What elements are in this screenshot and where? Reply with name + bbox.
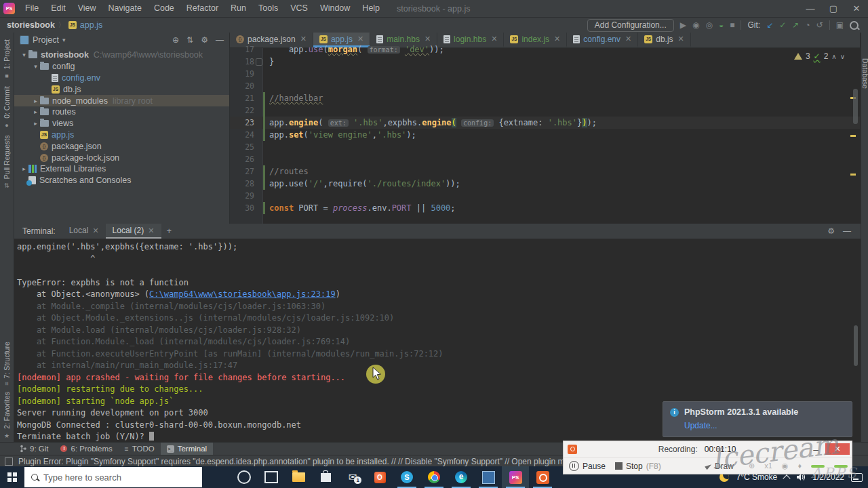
menu-edit[interactable]: Edit [45,3,72,13]
editor-scrollbar[interactable] [853,89,858,124]
add-configuration-button[interactable]: Add Configuration... [587,19,674,32]
close-tab-icon[interactable]: ✕ [425,35,431,43]
menu-run[interactable]: Run [224,3,252,13]
terminal-tab-Local (2)[interactable]: Local (2)✕ [106,224,161,239]
chevron-right-icon[interactable]: ▸ [31,108,40,115]
menu-navigate[interactable]: Navigate [102,3,148,13]
terminal-settings-gear-icon[interactable]: ⚙ [827,226,835,236]
git-commit-icon[interactable]: ✓ [779,19,786,31]
menu-vcs[interactable]: VCS [284,3,314,13]
inspections-widget[interactable]: 3 ✓ 2 ∧ ∨ [794,52,845,61]
taskbar-edge[interactable]: e [448,466,475,488]
tree-item-package-lock.json[interactable]: {}package-lock.json [14,152,229,163]
stacktrace-link[interactable]: C:\wamp64\www\storiesbook\app.js:23:19 [149,289,336,299]
taskbar-task-view[interactable] [258,466,285,488]
database-tool-button[interactable]: Database [861,58,868,89]
recorder-close-button[interactable]: ✕ [825,443,850,455]
tree-item-node_modules[interactable]: ▸node_moduleslibrary root [14,95,229,106]
code-line-18[interactable]: 18} [230,56,860,68]
tree-item-routes[interactable]: ▸routes [14,106,229,118]
start-button[interactable] [0,466,24,488]
tree-item-storiesbook[interactable]: ▾storiesbookC:\wamp64\www\storiesbook [14,49,229,61]
chevron-down-icon[interactable]: ▾ [20,52,28,58]
tree-item-External Libraries[interactable]: ▸External Libraries [14,163,229,175]
menu-code[interactable]: Code [148,3,180,13]
pause-button[interactable]: Pause [569,461,606,471]
fold-icon[interactable] [256,58,262,66]
tool-button-todo[interactable]: ≡TODO [119,443,161,455]
code-line-17[interactable]: 17 app.use(morgan( format: 'dev')); [230,43,860,56]
close-tab-icon[interactable]: ✕ [148,226,154,235]
taskbar-mail[interactable]: ✉1 [339,466,366,488]
tool-button-terminal[interactable]: >_Terminal [161,443,213,455]
code-line-19[interactable]: 19 [230,68,860,80]
chevron-right-icon[interactable]: ▸ [20,165,28,172]
code-line-29[interactable]: 29 [230,190,860,202]
maximize-button[interactable]: ▢ [822,0,845,17]
touch-keyboard-icon[interactable] [851,473,863,482]
hide-panel-icon[interactable]: — [216,35,224,45]
menu-refactor[interactable]: Refactor [180,3,224,13]
project-panel-title[interactable]: Project [33,35,59,45]
recorder-tool-icon[interactable]: ♦ [797,462,802,470]
close-tab-icon[interactable]: ✕ [357,35,363,43]
code-line-25[interactable]: 25 [230,141,860,153]
menu-window[interactable]: Window [314,3,356,13]
recorder-tool-icon[interactable]: ◉ [782,462,789,470]
profiler-icon[interactable]: ◒ [719,19,724,31]
minimize-button[interactable]: — [799,0,822,17]
close-tab-icon[interactable]: ✕ [300,35,307,43]
recorder-tool-icon[interactable]: x1 [764,462,772,470]
run-icon[interactable]: ▶ [680,19,686,31]
draw-button[interactable]: Draw [705,462,734,471]
terminal-tab-Local[interactable]: Local✕ [62,224,106,239]
chevron-right-icon[interactable]: ▸ [31,98,40,104]
collapse-all-icon[interactable]: ⇅ [186,35,193,45]
taskbar-photos[interactable] [475,466,502,488]
close-tab-icon[interactable]: ✕ [625,35,631,43]
code-area[interactable]: 17 app.use(morgan( format: 'dev'));18}19… [230,48,860,224]
code-line-30[interactable]: 30const PORT = process.env.PORT || 5000; [230,202,860,214]
tree-item-db.js[interactable]: JSdb.js [14,83,229,95]
tool-stripe-favorites[interactable]: ★2: Favorites [3,392,11,439]
search-everywhere-icon[interactable] [850,21,859,30]
git-update-icon[interactable]: ↙ [766,19,773,31]
terminal-scrollbar[interactable] [854,325,858,366]
stop-icon[interactable]: ■ [730,19,734,31]
disable-plugin-link[interactable]: Disable "Symfony Support" [405,457,502,466]
chevron-right-icon[interactable]: ▸ [31,120,40,127]
code-line-20[interactable]: 20 [230,80,860,92]
new-terminal-tab-button[interactable]: + [161,224,178,239]
tool-window-toggle-icon[interactable] [5,458,13,466]
taskbar-phpstorm[interactable]: PS [502,466,529,488]
gear-icon[interactable]: ⚙ [201,35,208,45]
tool-button-git-branch[interactable]: 9: Git [14,443,54,455]
locate-file-icon[interactable]: ⊕ [172,35,179,45]
next-problem-icon[interactable]: ∨ [840,53,845,60]
menu-tools[interactable]: Tools [252,3,284,13]
close-tab-icon[interactable]: ✕ [92,226,98,235]
breadcrumb-file[interactable]: app.js [80,20,102,30]
menu-help[interactable]: Help [356,3,386,13]
code-line-28[interactable]: 28app.use('/',require('./routes/index'))… [230,178,860,190]
stop-button[interactable]: Stop (F8) [615,462,661,471]
close-button[interactable]: ✕ [845,0,868,17]
tree-item-views[interactable]: ▸views [14,118,229,129]
recorder-minimize-button[interactable]: – [813,444,818,455]
history-icon[interactable]: ◔ [805,19,810,31]
code-line-22[interactable]: 22 [230,104,860,117]
taskbar-search-input[interactable]: Type here to search [24,467,202,487]
breadcrumb-project[interactable]: storiesbook [7,20,55,30]
tool-window-icon[interactable]: ▣ [836,19,844,31]
taskbar-file-explorer[interactable] [285,466,312,488]
tool-stripe-project[interactable]: ■1: Project [3,39,11,79]
taskbar-icecream-recorder[interactable] [529,466,556,488]
tool-stripe-pull-requests[interactable]: ⇄Pull Requests [3,136,11,188]
tool-stripe-structure[interactable]: ≡7: Structure [3,342,11,386]
tool-button-problems[interactable]: !6: Problems [54,443,118,455]
rollback-icon[interactable]: ↺ [816,19,823,31]
menu-file[interactable]: File [19,3,45,13]
terminal-hide-icon[interactable]: — [843,226,851,236]
update-link[interactable]: Update... [684,421,717,430]
code-line-23[interactable]: 23app.engine( ext: '.hbs',expbhs.engine(… [230,117,860,129]
